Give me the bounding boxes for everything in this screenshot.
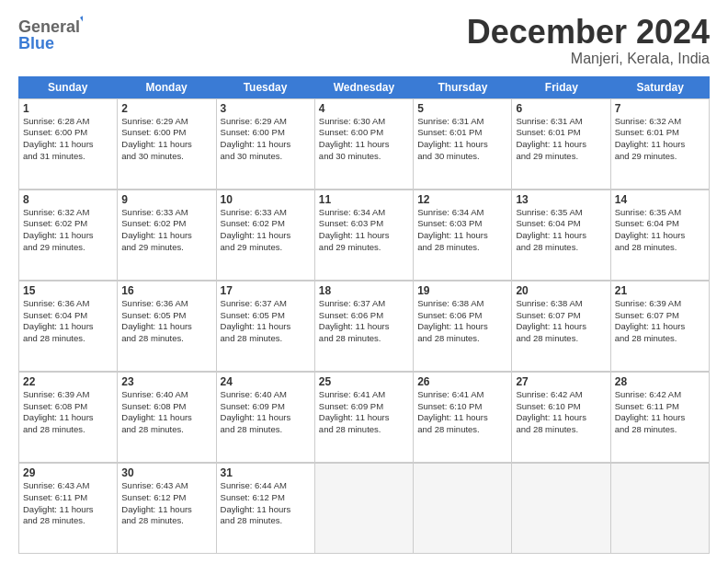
- day-number: 8: [23, 193, 113, 206]
- svg-marker-2: [80, 14, 83, 23]
- calendar-week-3: 15Sunrise: 6:36 AM Sunset: 6:04 PM Dayli…: [18, 281, 710, 372]
- day-info: Sunrise: 6:32 AM Sunset: 6:01 PM Dayligh…: [615, 116, 705, 163]
- day-number: 3: [221, 102, 311, 115]
- day-number: 5: [417, 102, 507, 115]
- svg-text:General: General: [18, 17, 80, 36]
- day-info: Sunrise: 6:33 AM Sunset: 6:02 PM Dayligh…: [121, 207, 211, 254]
- day-cell-9: 9Sunrise: 6:33 AM Sunset: 6:02 PM Daylig…: [118, 190, 216, 281]
- day-number: 15: [23, 284, 113, 297]
- day-cell-15: 15Sunrise: 6:36 AM Sunset: 6:04 PM Dayli…: [19, 282, 118, 372]
- day-cell-21: 21Sunrise: 6:39 AM Sunset: 6:07 PM Dayli…: [611, 282, 710, 372]
- day-number: 31: [221, 466, 311, 479]
- day-cell-23: 23Sunrise: 6:40 AM Sunset: 6:08 PM Dayli…: [118, 373, 216, 463]
- day-cell-24: 24Sunrise: 6:40 AM Sunset: 6:09 PM Dayli…: [217, 373, 315, 463]
- day-cell-14: 14Sunrise: 6:35 AM Sunset: 6:04 PM Dayli…: [611, 190, 710, 281]
- title-block: December 2024 Manjeri, Kerala, India: [467, 14, 710, 67]
- day-cell-28: 28Sunrise: 6:42 AM Sunset: 6:11 PM Dayli…: [611, 373, 710, 463]
- day-cell-3: 3Sunrise: 6:29 AM Sunset: 6:00 PM Daylig…: [217, 99, 315, 190]
- day-cell-2: 2Sunrise: 6:29 AM Sunset: 6:00 PM Daylig…: [118, 99, 216, 190]
- empty-cell: [512, 464, 610, 554]
- calendar-week-5: 29Sunrise: 6:43 AM Sunset: 6:11 PM Dayli…: [18, 463, 710, 554]
- day-cell-30: 30Sunrise: 6:43 AM Sunset: 6:12 PM Dayli…: [118, 464, 216, 554]
- day-info: Sunrise: 6:30 AM Sunset: 6:00 PM Dayligh…: [319, 116, 409, 163]
- day-number: 9: [121, 193, 211, 206]
- day-info: Sunrise: 6:44 AM Sunset: 6:12 PM Dayligh…: [221, 480, 311, 527]
- day-cell-25: 25Sunrise: 6:41 AM Sunset: 6:09 PM Dayli…: [315, 373, 414, 463]
- day-cell-19: 19Sunrise: 6:38 AM Sunset: 6:06 PM Dayli…: [414, 282, 512, 372]
- day-number: 22: [23, 375, 113, 388]
- day-info: Sunrise: 6:37 AM Sunset: 6:05 PM Dayligh…: [221, 298, 311, 345]
- day-info: Sunrise: 6:28 AM Sunset: 6:00 PM Dayligh…: [23, 116, 113, 163]
- day-info: Sunrise: 6:41 AM Sunset: 6:10 PM Dayligh…: [417, 389, 507, 436]
- day-cell-5: 5Sunrise: 6:31 AM Sunset: 6:01 PM Daylig…: [414, 99, 512, 190]
- day-number: 2: [121, 102, 211, 115]
- day-header-tuesday: Tuesday: [216, 76, 314, 98]
- day-info: Sunrise: 6:38 AM Sunset: 6:07 PM Dayligh…: [516, 298, 606, 345]
- calendar-week-4: 22Sunrise: 6:39 AM Sunset: 6:08 PM Dayli…: [18, 372, 710, 463]
- day-cell-27: 27Sunrise: 6:42 AM Sunset: 6:10 PM Dayli…: [512, 373, 610, 463]
- day-cell-6: 6Sunrise: 6:31 AM Sunset: 6:01 PM Daylig…: [512, 99, 610, 190]
- svg-text:Blue: Blue: [18, 34, 54, 52]
- day-number: 7: [615, 102, 705, 115]
- day-info: Sunrise: 6:41 AM Sunset: 6:09 PM Dayligh…: [319, 389, 409, 436]
- day-info: Sunrise: 6:36 AM Sunset: 6:05 PM Dayligh…: [121, 298, 211, 345]
- empty-cell: [315, 464, 414, 554]
- day-number: 21: [615, 284, 705, 297]
- page-header: General Blue December 2024 Manjeri, Kera…: [18, 14, 710, 67]
- day-header-sunday: Sunday: [18, 76, 117, 98]
- day-number: 29: [23, 466, 113, 479]
- day-info: Sunrise: 6:37 AM Sunset: 6:06 PM Dayligh…: [319, 298, 409, 345]
- day-info: Sunrise: 6:34 AM Sunset: 6:03 PM Dayligh…: [319, 207, 409, 254]
- day-number: 27: [516, 375, 606, 388]
- calendar-header: SundayMondayTuesdayWednesdayThursdayFrid…: [18, 76, 710, 98]
- day-number: 1: [23, 102, 113, 115]
- day-info: Sunrise: 6:36 AM Sunset: 6:04 PM Dayligh…: [23, 298, 113, 345]
- day-cell-17: 17Sunrise: 6:37 AM Sunset: 6:05 PM Dayli…: [217, 282, 315, 372]
- day-number: 16: [121, 284, 211, 297]
- day-number: 26: [417, 375, 507, 388]
- logo: General Blue: [18, 14, 83, 54]
- calendar-week-2: 8Sunrise: 6:32 AM Sunset: 6:02 PM Daylig…: [18, 190, 710, 281]
- day-info: Sunrise: 6:40 AM Sunset: 6:08 PM Dayligh…: [121, 389, 211, 436]
- day-number: 25: [319, 375, 409, 388]
- day-header-friday: Friday: [512, 76, 610, 98]
- day-cell-8: 8Sunrise: 6:32 AM Sunset: 6:02 PM Daylig…: [19, 190, 118, 281]
- day-cell-26: 26Sunrise: 6:41 AM Sunset: 6:10 PM Dayli…: [414, 373, 512, 463]
- day-info: Sunrise: 6:42 AM Sunset: 6:10 PM Dayligh…: [516, 389, 606, 436]
- month-title: December 2024: [467, 14, 710, 51]
- day-cell-13: 13Sunrise: 6:35 AM Sunset: 6:04 PM Dayli…: [512, 190, 610, 281]
- day-number: 10: [221, 193, 311, 206]
- day-number: 24: [221, 375, 311, 388]
- day-number: 28: [615, 375, 705, 388]
- empty-cell: [414, 464, 512, 554]
- day-cell-11: 11Sunrise: 6:34 AM Sunset: 6:03 PM Dayli…: [315, 190, 414, 281]
- day-number: 11: [319, 193, 409, 206]
- day-header-saturday: Saturday: [611, 76, 710, 98]
- day-info: Sunrise: 6:38 AM Sunset: 6:06 PM Dayligh…: [417, 298, 507, 345]
- calendar-page: General Blue December 2024 Manjeri, Kera…: [0, 0, 728, 563]
- day-number: 17: [221, 284, 311, 297]
- day-info: Sunrise: 6:39 AM Sunset: 6:07 PM Dayligh…: [615, 298, 705, 345]
- day-info: Sunrise: 6:43 AM Sunset: 6:12 PM Dayligh…: [121, 480, 211, 527]
- day-number: 23: [121, 375, 211, 388]
- day-cell-20: 20Sunrise: 6:38 AM Sunset: 6:07 PM Dayli…: [512, 282, 610, 372]
- day-cell-7: 7Sunrise: 6:32 AM Sunset: 6:01 PM Daylig…: [611, 99, 710, 190]
- empty-cell: [611, 464, 710, 554]
- day-info: Sunrise: 6:34 AM Sunset: 6:03 PM Dayligh…: [417, 207, 507, 254]
- day-info: Sunrise: 6:39 AM Sunset: 6:08 PM Dayligh…: [23, 389, 113, 436]
- day-info: Sunrise: 6:43 AM Sunset: 6:11 PM Dayligh…: [23, 480, 113, 527]
- day-cell-1: 1Sunrise: 6:28 AM Sunset: 6:00 PM Daylig…: [19, 99, 118, 190]
- day-info: Sunrise: 6:33 AM Sunset: 6:02 PM Dayligh…: [221, 207, 311, 254]
- day-info: Sunrise: 6:35 AM Sunset: 6:04 PM Dayligh…: [516, 207, 606, 254]
- day-info: Sunrise: 6:35 AM Sunset: 6:04 PM Dayligh…: [615, 207, 705, 254]
- day-cell-4: 4Sunrise: 6:30 AM Sunset: 6:00 PM Daylig…: [315, 99, 414, 190]
- day-number: 19: [417, 284, 507, 297]
- calendar: SundayMondayTuesdayWednesdayThursdayFrid…: [18, 76, 710, 554]
- calendar-body: 1Sunrise: 6:28 AM Sunset: 6:00 PM Daylig…: [18, 98, 710, 554]
- day-cell-22: 22Sunrise: 6:39 AM Sunset: 6:08 PM Dayli…: [19, 373, 118, 463]
- day-header-thursday: Thursday: [414, 76, 512, 98]
- logo-svg: General Blue: [18, 14, 83, 54]
- day-info: Sunrise: 6:40 AM Sunset: 6:09 PM Dayligh…: [221, 389, 311, 436]
- day-number: 6: [516, 102, 606, 115]
- day-info: Sunrise: 6:29 AM Sunset: 6:00 PM Dayligh…: [221, 116, 311, 163]
